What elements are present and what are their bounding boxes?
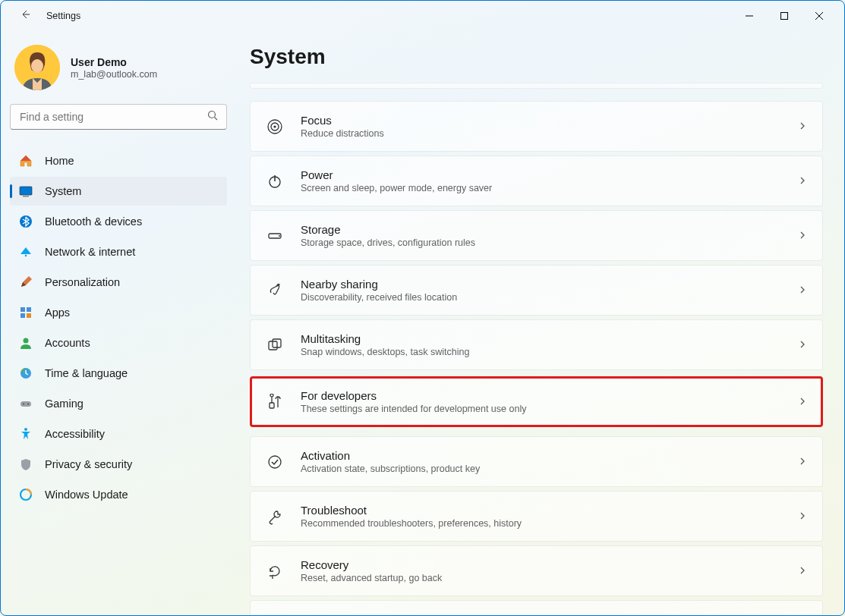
- svg-rect-15: [20, 401, 31, 407]
- maximize-button[interactable]: [767, 4, 802, 28]
- chevron-right-icon: [798, 510, 807, 523]
- sidebar: User Demo m_lab@outlook.com Home System …: [1, 31, 236, 615]
- minimize-button[interactable]: [732, 4, 767, 28]
- nav-label: System: [45, 185, 81, 197]
- svg-point-13: [24, 338, 29, 344]
- svg-rect-4: [20, 187, 32, 195]
- update-icon: [19, 488, 33, 501]
- card-storage[interactable]: StorageStorage space, drives, configurat…: [250, 210, 823, 261]
- card-desc: Recommended troubleshooters, preferences…: [301, 518, 798, 529]
- card-list[interactable]: FocusReduce distractions PowerScreen and…: [248, 83, 825, 615]
- titlebar: Settings: [1, 1, 844, 31]
- apps-icon: [19, 306, 33, 319]
- troubleshoot-icon: [266, 508, 284, 526]
- card-activation[interactable]: ActivationActivation state, subscription…: [250, 436, 823, 487]
- close-button[interactable]: [802, 4, 837, 28]
- nav-network[interactable]: Network & internet: [10, 237, 227, 266]
- nav-label: Windows Update: [45, 489, 128, 501]
- nav-label: Accessibility: [45, 428, 105, 440]
- nav-label: Accounts: [45, 337, 90, 349]
- svg-rect-11: [20, 313, 25, 318]
- nav-bluetooth[interactable]: Bluetooth & devices: [10, 207, 227, 236]
- card-title: Nearby sharing: [301, 278, 798, 291]
- card-power[interactable]: PowerScreen and sleep, power mode, energ…: [250, 156, 823, 206]
- card-nearby[interactable]: Nearby sharingDiscoverability, received …: [250, 265, 823, 316]
- user-profile[interactable]: User Demo m_lab@outlook.com: [10, 43, 227, 104]
- nav-label: Personalization: [45, 276, 120, 288]
- card-desc: Screen and sleep, power mode, energy sav…: [301, 183, 798, 193]
- card-title: Troubleshoot: [301, 504, 798, 517]
- privacy-icon: [19, 457, 33, 471]
- network-icon: [19, 245, 33, 259]
- card-title: Power: [301, 168, 798, 181]
- system-icon: [19, 184, 33, 198]
- time-icon: [19, 366, 33, 380]
- chevron-right-icon: [798, 284, 807, 297]
- svg-point-16: [23, 404, 24, 405]
- recovery-icon: [266, 562, 284, 580]
- chevron-right-icon: [798, 174, 807, 188]
- svg-rect-28: [270, 403, 274, 408]
- accounts-icon: [19, 336, 33, 350]
- card-title: Projecting to this PC: [301, 613, 798, 615]
- card-focus[interactable]: FocusReduce distractions: [250, 101, 823, 152]
- card-multitasking[interactable]: MultitaskingSnap windows, desktops, task…: [250, 319, 823, 370]
- nav-personalization[interactable]: Personalization: [10, 268, 227, 297]
- search-box[interactable]: [10, 104, 227, 130]
- avatar: [14, 45, 60, 90]
- personalization-icon: [19, 275, 33, 289]
- nearby-icon: [266, 281, 284, 300]
- search-input[interactable]: [20, 111, 207, 123]
- card-troubleshoot[interactable]: TroubleshootRecommended troubleshooters,…: [250, 491, 823, 542]
- card-title: Recovery: [301, 558, 798, 571]
- nav-accessibility[interactable]: Accessibility: [10, 420, 227, 448]
- nav-list: Home System Bluetooth & devices Network …: [10, 146, 227, 509]
- activation-icon: [266, 453, 284, 471]
- chevron-right-icon: [798, 455, 807, 469]
- search-icon: [207, 110, 219, 124]
- card-title: For developers: [301, 389, 798, 402]
- nav-gaming[interactable]: Gaming: [10, 389, 227, 418]
- home-icon: [19, 154, 33, 168]
- page-heading: System: [248, 45, 825, 69]
- nav-privacy[interactable]: Privacy & security: [10, 450, 227, 479]
- card-title: Multitasking: [301, 332, 798, 345]
- svg-rect-6: [23, 196, 29, 197]
- storage-icon: [266, 227, 284, 245]
- svg-point-8: [25, 255, 27, 257]
- svg-point-3: [209, 111, 216, 118]
- svg-point-18: [24, 428, 27, 431]
- card-desc: Storage space, drives, configuration rul…: [301, 237, 798, 248]
- svg-point-29: [269, 456, 281, 468]
- card-desc: Activation state, subscriptions, product…: [301, 464, 798, 474]
- nav-label: Apps: [45, 306, 70, 319]
- card-recovery[interactable]: RecoveryReset, advanced startup, go back: [250, 545, 823, 596]
- nav-time[interactable]: Time & language: [10, 359, 227, 388]
- window-title: Settings: [46, 11, 80, 21]
- nav-home[interactable]: Home: [10, 146, 227, 175]
- bluetooth-icon: [19, 215, 33, 228]
- chevron-right-icon: [798, 395, 807, 409]
- card-projecting[interactable]: Projecting to this PCPermissions, pairin…: [250, 600, 823, 615]
- chevron-right-icon: [798, 229, 807, 243]
- card-title: Storage: [301, 223, 798, 236]
- user-name: User Demo: [71, 56, 157, 68]
- svg-point-17: [27, 404, 29, 405]
- nav-accounts[interactable]: Accounts: [10, 328, 227, 357]
- chevron-right-icon: [798, 338, 807, 352]
- nav-apps[interactable]: Apps: [10, 298, 227, 327]
- card-desc: These settings are intended for developm…: [301, 404, 798, 414]
- svg-point-25: [279, 235, 280, 237]
- nav-label: Privacy & security: [45, 458, 132, 470]
- svg-rect-12: [27, 313, 31, 318]
- card-desc: Snap windows, desktops, task switching: [301, 347, 798, 357]
- nav-update[interactable]: Windows Update: [10, 480, 227, 509]
- back-button[interactable]: [17, 8, 33, 24]
- nav-system[interactable]: System: [10, 177, 227, 206]
- card-desc: Reduce distractions: [301, 128, 798, 139]
- svg-rect-0: [781, 13, 788, 20]
- card-developers[interactable]: For developersThese settings are intende…: [250, 376, 823, 427]
- main-panel: System FocusReduce distractions PowerScr…: [236, 31, 844, 615]
- card-title: Activation: [301, 449, 798, 462]
- gaming-icon: [19, 397, 33, 410]
